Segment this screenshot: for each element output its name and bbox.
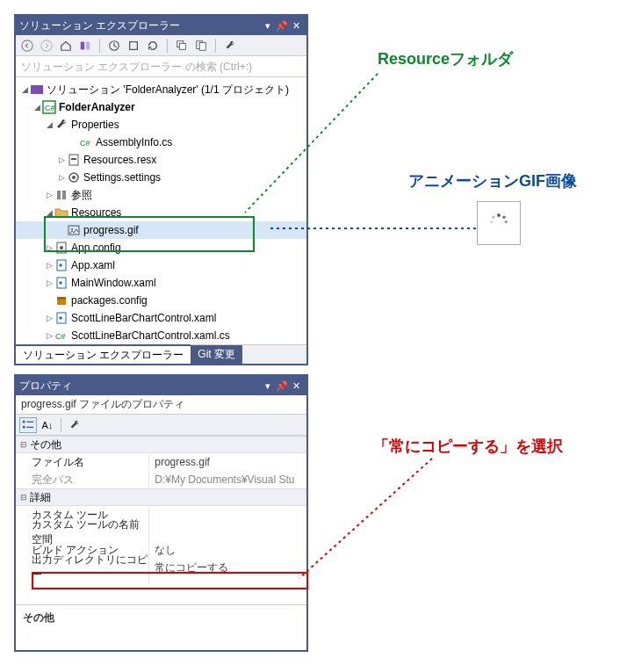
properties-group-detail[interactable]: ⊟ 詳細 [16, 488, 306, 506]
spinner-icon [486, 210, 512, 236]
solution-explorer-tabs: ソリューション エクスプローラー Git 変更 [16, 344, 306, 364]
svg-rect-5 [130, 41, 138, 49]
svg-point-21 [71, 228, 73, 230]
resources-folder-node[interactable]: ◢ Resources [16, 204, 306, 221]
svg-rect-27 [57, 297, 66, 300]
dropdown-icon[interactable]: ▾ [261, 380, 275, 392]
forward-icon[interactable] [39, 38, 54, 54]
solution-tree: ◢ ソリューション 'FolderAnalyzer' (1/1 プロジェクト) … [16, 77, 306, 348]
pending-changes-icon[interactable] [106, 38, 122, 54]
settings-node[interactable]: ▷ Settings.settings [16, 169, 306, 186]
dropdown-icon[interactable]: ▾ [261, 20, 275, 32]
resx-file-icon [67, 153, 81, 167]
property-pages-icon[interactable] [66, 417, 83, 433]
svg-point-38 [502, 215, 506, 219]
prop-filename[interactable]: ファイル名 progress.gif [16, 453, 306, 471]
pin-icon[interactable]: 📌 [275, 20, 289, 32]
properties-icon[interactable] [222, 38, 238, 54]
properties-node[interactable]: ◢ Properties [16, 116, 306, 134]
prop-copytodir[interactable]: 出力ディレクトリにコピー 常にコピーする [16, 559, 306, 576]
references-icon [54, 188, 68, 202]
annotation-resource-folder: Resourceフォルダ [378, 48, 513, 69]
svg-point-1 [41, 40, 52, 50]
expand-icon[interactable]: ▷ [44, 243, 54, 252]
project-node[interactable]: ◢ C# FolderAnalyzer [16, 98, 306, 116]
properties-selected-object: progress.gif ファイルのプロパティ [16, 395, 306, 415]
svg-rect-15 [71, 158, 76, 160]
assemblyinfo-node[interactable]: C# AssemblyInfo.cs [16, 134, 306, 151]
wrench-icon [54, 118, 68, 132]
config-file-icon [54, 241, 68, 255]
scottxaml-node[interactable]: ▷ ScottLineBarChartControl.xaml [16, 309, 306, 327]
svg-point-0 [22, 40, 32, 50]
gif-preview [477, 201, 521, 245]
solution-node[interactable]: ◢ ソリューション 'FolderAnalyzer' (1/1 プロジェクト) [16, 81, 306, 98]
expand-icon[interactable]: ◢ [44, 120, 54, 129]
svg-point-23 [60, 246, 63, 249]
show-all-files-icon[interactable] [193, 38, 209, 54]
expand-icon[interactable]: ▷ [44, 331, 54, 340]
resourcesresx-node[interactable]: ▷ Resources.resx [16, 151, 306, 169]
packages-node[interactable]: packages.config [16, 292, 306, 309]
svg-line-36 [299, 459, 432, 578]
alphabetical-icon[interactable]: A↓ [39, 417, 56, 433]
pin-icon[interactable]: 📌 [275, 380, 289, 392]
categorized-icon[interactable] [19, 417, 37, 433]
svg-point-39 [505, 220, 508, 223]
folder-icon [54, 206, 68, 220]
svg-text:C#: C# [55, 332, 66, 341]
home-icon[interactable] [58, 38, 74, 54]
close-icon[interactable]: ✕ [289, 20, 303, 32]
appconfig-node[interactable]: ▷ App.config [16, 239, 306, 257]
back-icon[interactable] [19, 38, 35, 54]
solution-explorer-panel: ソリューション エクスプローラー ▾ 📌 ✕ [14, 14, 308, 365]
expand-icon[interactable]: ▷ [44, 191, 54, 199]
collapse-icon[interactable]: ⊟ [18, 440, 30, 449]
switch-views-icon[interactable] [77, 38, 93, 54]
tab-git-changes[interactable]: Git 変更 [191, 345, 242, 364]
solution-icon [30, 83, 44, 97]
svg-text:C#: C# [80, 139, 90, 148]
expand-icon[interactable]: ◢ [44, 208, 54, 217]
svg-rect-18 [57, 191, 61, 199]
svg-rect-2 [81, 41, 84, 49]
csharp-file-icon: C# [79, 135, 93, 149]
csharp-project-icon: C# [42, 100, 56, 114]
properties-panel: プロパティ ▾ 📌 ✕ progress.gif ファイルのプロパティ A↓ ⊟… [14, 374, 308, 652]
svg-point-37 [497, 213, 501, 217]
expand-icon[interactable]: ▷ [56, 155, 67, 164]
collapse-icon[interactable]: ⊟ [18, 493, 30, 502]
appxaml-node[interactable]: ▷ App.xaml [16, 257, 306, 274]
xaml-file-icon [54, 311, 68, 325]
expand-icon[interactable]: ◢ [19, 85, 30, 94]
leader-line-red [296, 455, 436, 583]
collapse-all-icon[interactable] [174, 38, 190, 54]
expand-icon[interactable]: ▷ [44, 278, 54, 287]
mainwindow-node[interactable]: ▷ MainWindow.xaml [16, 274, 306, 292]
scottcs-node[interactable]: ▷ C# ScottLineBarChartControl.xaml.cs [16, 327, 306, 344]
progressgif-node[interactable]: progress.gif [16, 221, 306, 239]
svg-rect-7 [179, 43, 185, 49]
prop-customtool-ns[interactable]: カスタム ツールの名前空間 [16, 524, 306, 541]
xaml-file-icon [54, 258, 68, 272]
tab-solution-explorer[interactable]: ソリューション エクスプローラー [16, 344, 191, 364]
sync-icon[interactable] [126, 38, 141, 54]
properties-group-other[interactable]: ⊟ その他 [16, 436, 306, 453]
expand-icon[interactable]: ▷ [44, 314, 54, 322]
expand-icon[interactable]: ▷ [44, 261, 54, 270]
solution-search-row [16, 56, 306, 77]
annotation-anim-gif: アニメーションGIF画像 [408, 170, 577, 191]
svg-rect-32 [23, 425, 25, 428]
references-node[interactable]: ▷ 参照 [16, 186, 306, 204]
close-icon[interactable]: ✕ [289, 380, 303, 392]
properties-titlebar: プロパティ ▾ 📌 ✕ [16, 376, 306, 395]
svg-point-41 [490, 220, 493, 223]
svg-point-40 [493, 216, 495, 219]
svg-rect-19 [62, 191, 66, 199]
expand-icon[interactable]: ▷ [56, 173, 67, 182]
expand-icon[interactable]: ◢ [32, 103, 42, 112]
solution-search-input[interactable] [16, 57, 306, 76]
prop-fullpath[interactable]: 完全パス D:¥My Documents¥Visual Stu [16, 471, 306, 488]
refresh-icon[interactable] [145, 38, 161, 54]
svg-rect-9 [199, 42, 205, 50]
